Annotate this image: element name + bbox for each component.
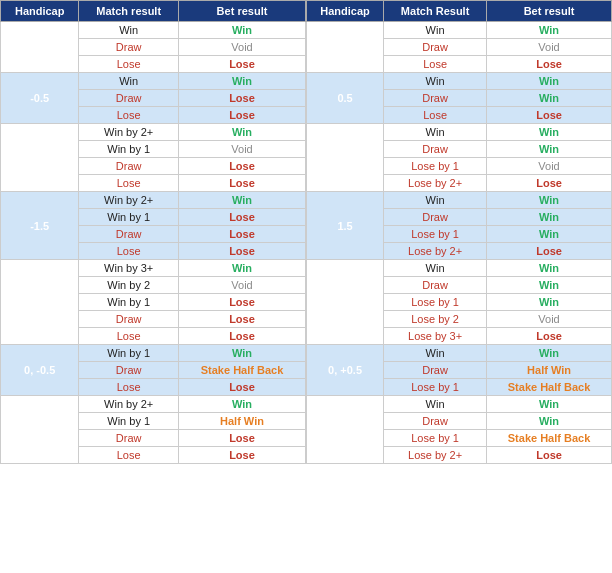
- table-row: 0.5, +1WinWin: [307, 396, 612, 413]
- bet-result-cell: Win: [178, 73, 305, 90]
- match-result-cell: Win: [384, 396, 487, 413]
- left-header-bet: Bet result: [178, 1, 305, 22]
- bet-result-cell: Win: [178, 22, 305, 39]
- bet-result-cell: Void: [487, 158, 612, 175]
- bet-result-cell: Lose: [487, 107, 612, 124]
- match-result-cell: Lose: [79, 56, 179, 73]
- match-result-cell: Lose: [79, 243, 179, 260]
- match-result-cell: Lose by 2+: [384, 447, 487, 464]
- bet-result-cell: Lose: [487, 447, 612, 464]
- table-row: 2WinWin: [307, 260, 612, 277]
- match-result-cell: Win by 1: [79, 209, 179, 226]
- match-result-cell: Draw: [384, 209, 487, 226]
- match-result-cell: Win by 1: [79, 294, 179, 311]
- handicap-cell: 0, -0.5: [1, 345, 79, 396]
- handicap-cell: 0: [1, 22, 79, 73]
- bet-result-cell: Win: [487, 141, 612, 158]
- match-result-cell: Lose by 3+: [384, 328, 487, 345]
- bet-result-cell: Win: [178, 345, 305, 362]
- match-result-cell: Draw: [384, 141, 487, 158]
- bet-result-cell: Half Win: [487, 362, 612, 379]
- bet-result-cell: Win: [487, 124, 612, 141]
- table-row: -1.5Win by 2+Win: [1, 192, 306, 209]
- bet-result-cell: Void: [178, 141, 305, 158]
- left-header-handicap: Handicap: [1, 1, 79, 22]
- bet-result-cell: Lose: [178, 90, 305, 107]
- match-result-cell: Lose: [384, 56, 487, 73]
- bet-result-cell: Lose: [178, 158, 305, 175]
- handicap-cell: -1: [1, 124, 79, 192]
- table-row: 1.5WinWin: [307, 192, 612, 209]
- bet-result-cell: Lose: [178, 447, 305, 464]
- bet-result-cell: Lose: [178, 226, 305, 243]
- bet-result-cell: Lose: [487, 328, 612, 345]
- bet-result-cell: Win: [178, 192, 305, 209]
- handicap-cell: 1: [307, 124, 384, 192]
- match-result-cell: Win by 2: [79, 277, 179, 294]
- match-result-cell: Win: [384, 345, 487, 362]
- bet-result-cell: Lose: [178, 430, 305, 447]
- match-result-cell: Win by 1: [79, 141, 179, 158]
- handicap-cell: -2: [1, 260, 79, 345]
- left-header-match: Match result: [79, 1, 179, 22]
- match-result-cell: Lose: [79, 379, 179, 396]
- handicap-cell: 0.5, +1: [307, 396, 384, 464]
- match-result-cell: Lose: [79, 328, 179, 345]
- match-result-cell: Draw: [384, 413, 487, 430]
- bet-result-cell: Lose: [178, 209, 305, 226]
- table-row: 0, +0.5WinWin: [307, 345, 612, 362]
- bet-result-cell: Stake Half Back: [178, 362, 305, 379]
- match-result-cell: Draw: [79, 362, 179, 379]
- match-result-cell: Win by 2+: [79, 124, 179, 141]
- match-result-cell: Lose: [384, 107, 487, 124]
- bet-result-cell: Lose: [178, 294, 305, 311]
- match-result-cell: Lose: [79, 107, 179, 124]
- match-result-cell: Win: [79, 22, 179, 39]
- right-header-handicap: Handicap: [307, 1, 384, 22]
- match-result-cell: Lose by 1: [384, 430, 487, 447]
- bet-result-cell: Win: [487, 294, 612, 311]
- bet-result-cell: Lose: [487, 243, 612, 260]
- bet-result-cell: Void: [487, 39, 612, 56]
- bet-result-cell: Void: [178, 277, 305, 294]
- bet-result-cell: Lose: [178, 175, 305, 192]
- match-result-cell: Draw: [384, 90, 487, 107]
- bet-result-cell: Win: [487, 73, 612, 90]
- bet-result-cell: Win: [487, 396, 612, 413]
- match-result-cell: Lose: [79, 175, 179, 192]
- bet-result-cell: Win: [487, 22, 612, 39]
- bet-result-cell: Void: [487, 311, 612, 328]
- handicap-cell: -0.5: [1, 73, 79, 124]
- handicap-cell: 1.5: [307, 192, 384, 260]
- handicap-cell: 2: [307, 260, 384, 345]
- main-container: Handicap Match result Bet result 0WinWin…: [0, 0, 612, 464]
- right-header-match: Match Result: [384, 1, 487, 22]
- bet-result-cell: Win: [487, 345, 612, 362]
- match-result-cell: Win: [384, 73, 487, 90]
- table-row: -1Win by 2+Win: [1, 124, 306, 141]
- match-result-cell: Lose by 1: [384, 158, 487, 175]
- match-result-cell: Draw: [79, 158, 179, 175]
- match-result-cell: Draw: [384, 277, 487, 294]
- left-table: Handicap Match result Bet result 0WinWin…: [0, 0, 306, 464]
- match-result-cell: Win by 3+: [79, 260, 179, 277]
- match-result-cell: Lose: [79, 447, 179, 464]
- bet-result-cell: Win: [178, 124, 305, 141]
- bet-result-cell: Win: [487, 209, 612, 226]
- bet-result-cell: Lose: [178, 107, 305, 124]
- match-result-cell: Win by 1: [79, 345, 179, 362]
- table-row: 0WinWin: [1, 22, 306, 39]
- table-row: 0.5WinWin: [307, 73, 612, 90]
- handicap-cell: 0, +0.5: [307, 345, 384, 396]
- bet-result-cell: Void: [178, 39, 305, 56]
- match-result-cell: Lose by 2+: [384, 243, 487, 260]
- bet-result-cell: Win: [487, 90, 612, 107]
- match-result-cell: Win by 2+: [79, 192, 179, 209]
- match-result-cell: Draw: [79, 430, 179, 447]
- bet-result-cell: Win: [178, 396, 305, 413]
- match-result-cell: Lose by 1: [384, 294, 487, 311]
- bet-result-cell: Stake Half Back: [487, 430, 612, 447]
- bet-result-cell: Win: [487, 277, 612, 294]
- bet-result-cell: Half Win: [178, 413, 305, 430]
- bet-result-cell: Win: [487, 226, 612, 243]
